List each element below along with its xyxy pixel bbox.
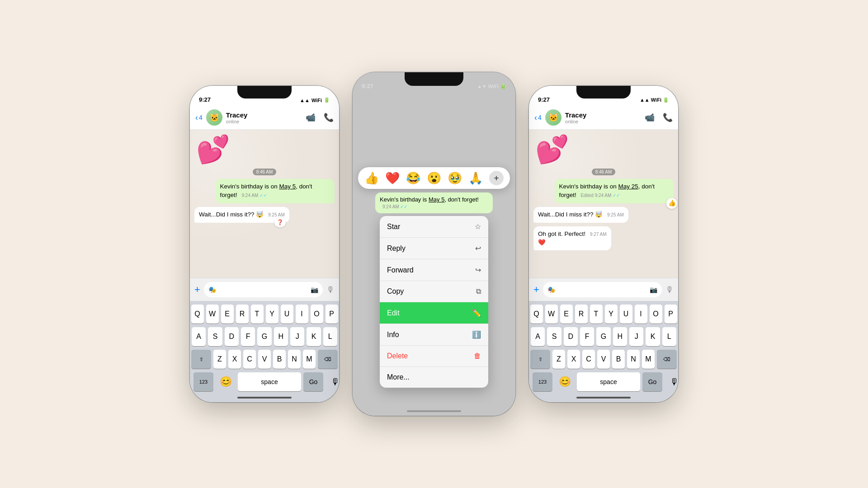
menu-item-edit[interactable]: Edit ✏️ <box>380 302 488 324</box>
key-k-right[interactable]: K <box>646 327 660 346</box>
key-123-right[interactable]: 123 <box>533 372 552 391</box>
key-v-right[interactable]: V <box>597 350 610 369</box>
key-l-left[interactable]: L <box>323 327 337 346</box>
key-r-left[interactable]: R <box>236 305 249 324</box>
emoji-laugh[interactable]: 😂 <box>406 171 420 185</box>
key-x-left[interactable]: X <box>228 350 241 369</box>
mic-icon-right[interactable]: 🎙 <box>665 285 674 295</box>
mic-icon-left[interactable]: 🎙 <box>326 285 335 295</box>
key-e-right[interactable]: E <box>560 305 573 324</box>
key-space-left[interactable]: space <box>238 372 301 391</box>
key-y-right[interactable]: Y <box>605 305 618 324</box>
key-delete-left[interactable]: ⌫ <box>318 350 338 369</box>
key-x-right[interactable]: X <box>567 350 580 369</box>
menu-item-copy[interactable]: Copy ⧉ <box>380 281 488 302</box>
key-go-right[interactable]: Go <box>642 372 662 391</box>
key-n-left[interactable]: N <box>288 350 301 369</box>
key-n-right[interactable]: N <box>627 350 640 369</box>
emoji-heart[interactable]: ❤️ <box>385 171 400 185</box>
menu-item-forward[interactable]: Forward ↪ <box>380 259 488 281</box>
phone-icon-left[interactable]: 📞 <box>324 113 334 122</box>
kb-row2-left: A S D F G H J K L <box>192 327 337 346</box>
key-u-right[interactable]: U <box>620 305 632 324</box>
key-a-right[interactable]: A <box>531 327 545 346</box>
key-m-right[interactable]: M <box>642 350 655 369</box>
key-r-right[interactable]: R <box>575 305 588 324</box>
key-space-right[interactable]: space <box>577 372 640 391</box>
chat-body-right: 💕 8:46 AM Kevin's birthday is on May 25,… <box>529 130 678 278</box>
key-u-left[interactable]: U <box>281 305 293 324</box>
key-m-left[interactable]: M <box>303 350 316 369</box>
camera-icon-left[interactable]: 📷 <box>311 286 318 293</box>
plus-icon-left[interactable]: + <box>194 284 200 296</box>
key-z-right[interactable]: Z <box>552 350 565 369</box>
key-j-right[interactable]: J <box>629 327 643 346</box>
key-o-right[interactable]: O <box>650 305 662 324</box>
key-t-left[interactable]: T <box>251 305 264 324</box>
key-g-left[interactable]: G <box>257 327 271 346</box>
key-l-right[interactable]: L <box>662 327 676 346</box>
key-s-left[interactable]: S <box>208 327 222 346</box>
forward-icon: ↪ <box>475 266 481 274</box>
video-icon-right[interactable]: 📹 <box>645 113 655 122</box>
key-dictate-left[interactable]: 🎙 <box>326 377 339 387</box>
key-d-right[interactable]: D <box>564 327 578 346</box>
key-g-right[interactable]: G <box>596 327 610 346</box>
menu-item-star[interactable]: Star ☆ <box>380 216 488 238</box>
emoji-thumbs[interactable]: 👍 <box>364 171 379 185</box>
key-z-left[interactable]: Z <box>213 350 226 369</box>
key-v-left[interactable]: V <box>258 350 271 369</box>
key-emoji-right[interactable]: 😊 <box>555 376 575 388</box>
key-j-left[interactable]: J <box>290 327 304 346</box>
key-c-right[interactable]: C <box>582 350 595 369</box>
key-w-right[interactable]: W <box>545 305 558 324</box>
input-field-right[interactable]: 🎭 📷 <box>543 282 662 297</box>
input-field-left[interactable]: 🎭 📷 <box>204 282 323 297</box>
key-f-right[interactable]: F <box>580 327 594 346</box>
video-icon-left[interactable]: 📹 <box>306 113 316 122</box>
menu-item-more[interactable]: More... <box>380 367 488 388</box>
emoji-pray[interactable]: 🙏 <box>468 171 483 185</box>
key-p-right[interactable]: P <box>665 305 677 324</box>
phone-icon-right[interactable]: 📞 <box>663 113 673 122</box>
key-q-right[interactable]: Q <box>530 305 543 324</box>
key-h-right[interactable]: H <box>613 327 627 346</box>
key-y-left[interactable]: Y <box>266 305 278 324</box>
back-button-right[interactable]: ‹ 4 <box>534 113 542 122</box>
menu-item-reply[interactable]: Reply ↩ <box>380 238 488 259</box>
emoji-more-button[interactable]: + <box>489 171 504 185</box>
key-b-right[interactable]: B <box>612 350 625 369</box>
key-i-left[interactable]: I <box>296 305 308 324</box>
key-123-left[interactable]: 123 <box>193 372 213 391</box>
key-a-left[interactable]: A <box>192 327 206 346</box>
key-e-left[interactable]: E <box>221 305 234 324</box>
key-shift-left[interactable]: ⇧ <box>191 350 211 369</box>
key-s-right[interactable]: S <box>547 327 561 346</box>
sticker-left: 💕 <box>194 134 232 165</box>
key-k-left[interactable]: K <box>307 327 321 346</box>
back-button-left[interactable]: ‹ 4 <box>195 113 203 122</box>
key-go-left[interactable]: Go <box>303 372 323 391</box>
key-emoji-left[interactable]: 😊 <box>216 376 236 388</box>
plus-icon-right[interactable]: + <box>533 284 539 296</box>
key-i-right[interactable]: I <box>635 305 647 324</box>
key-d-left[interactable]: D <box>225 327 239 346</box>
camera-icon-right[interactable]: 📷 <box>650 286 657 293</box>
key-p-left[interactable]: P <box>326 305 338 324</box>
menu-item-info[interactable]: Info ℹ️ <box>380 324 488 346</box>
key-o-left[interactable]: O <box>311 305 323 324</box>
key-delete-right[interactable]: ⌫ <box>657 350 677 369</box>
emoji-cry[interactable]: 🥹 <box>448 171 462 185</box>
key-h-left[interactable]: H <box>274 327 288 346</box>
key-f-left[interactable]: F <box>241 327 255 346</box>
contact-name-right: Tracey <box>565 111 641 119</box>
emoji-wow[interactable]: 😮 <box>427 171 441 185</box>
key-c-left[interactable]: C <box>243 350 256 369</box>
key-q-left[interactable]: Q <box>191 305 204 324</box>
key-w-left[interactable]: W <box>206 305 219 324</box>
key-dictate-right[interactable]: 🎙 <box>665 377 678 387</box>
key-shift-right[interactable]: ⇧ <box>530 350 550 369</box>
menu-item-delete[interactable]: Delete 🗑 <box>380 346 488 367</box>
key-b-left[interactable]: B <box>273 350 286 369</box>
key-t-right[interactable]: T <box>590 305 603 324</box>
